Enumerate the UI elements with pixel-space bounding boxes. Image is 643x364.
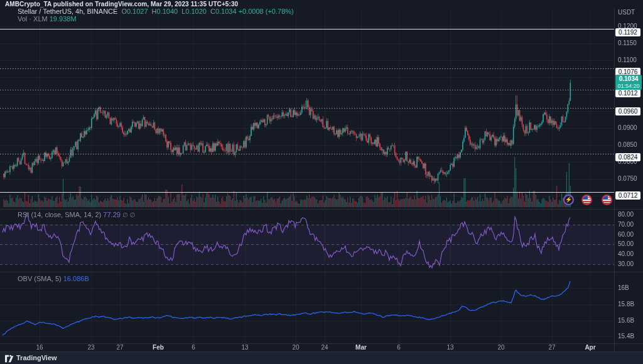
rsi-tick: 30.00 <box>614 260 643 267</box>
obv-tick: 15.8B <box>614 301 643 308</box>
quote-currency-label: USDT <box>614 9 643 16</box>
ohlc-value: 0.1040 <box>157 8 178 15</box>
rsi-value: 77.29 <box>103 211 121 218</box>
time-tick: Apr <box>585 344 595 351</box>
last-price-label: 0.1034 01:54:20 <box>615 75 642 90</box>
time-tick: 13 <box>241 344 248 351</box>
candle-countdown: 01:54:20 <box>615 83 642 89</box>
time-tick: 20 <box>497 344 504 351</box>
bottom-toolbar: TradingView <box>0 351 643 364</box>
tradingview-logo-icon[interactable] <box>5 355 14 363</box>
time-tick: Feb <box>153 344 164 351</box>
price-level-label: 0.0824 <box>615 153 640 161</box>
time-tick: 6 <box>192 344 195 351</box>
price-tick: 0.0900 <box>614 124 643 131</box>
us-flag-event-icon[interactable] <box>602 195 612 205</box>
time-tick: 13 <box>446 344 453 351</box>
obv-value: 16.086B <box>63 275 89 282</box>
volume-label: Vol · XLM <box>18 15 48 23</box>
ohlc-key: O <box>121 8 127 15</box>
obv-label: OBV (SMA, 5) <box>18 275 62 282</box>
rsi-legend[interactable]: RSI (14, close, SMA, 14, 2) 77.29 ∅ ∅ <box>18 211 135 218</box>
volume-legend[interactable]: Vol · XLM 19.938M <box>18 15 77 23</box>
ohlc-value: 0.1027 <box>127 8 148 15</box>
obv-tick: 16B <box>614 284 643 291</box>
us-flag-event-icon[interactable] <box>581 195 592 205</box>
price-tick: 0.0750 <box>614 175 643 182</box>
published-byline: AMBCrypto_TA published on TradingView.co… <box>5 1 238 8</box>
time-tick: 6 <box>397 344 401 351</box>
obv-tick: 15.6B <box>614 317 643 324</box>
obv-tick: 15.4B <box>614 333 643 340</box>
rsi-tick: 40.00 <box>614 250 643 257</box>
price-level-label: 0.1012 <box>615 89 640 97</box>
time-tick: 20 <box>292 344 299 351</box>
symbol-legend[interactable]: Stellar / TetherUS, 4h, BINANCEO0.1027H0… <box>18 8 294 15</box>
rsi-tick: 70.00 <box>614 221 643 228</box>
time-tick: 23 <box>87 344 94 351</box>
ohlc-values: O0.1027H0.1040L0.1020C0.1034 <box>117 8 236 15</box>
time-tick: 27 <box>116 344 123 351</box>
price-tick: 0.1150 <box>614 40 643 46</box>
tradingview-brand[interactable]: TradingView <box>16 354 57 361</box>
rsi-label: RSI (14, close, SMA, 14, 2) <box>18 211 101 218</box>
volume-value: 19.938M <box>50 15 77 23</box>
time-tick: 27 <box>548 344 555 351</box>
time-tick: 24 <box>321 344 328 351</box>
change-value: +0.0008 (+0.78%) <box>239 8 294 15</box>
rsi-tick: 60.00 <box>614 231 643 238</box>
price-tick: 0.0850 <box>614 141 643 148</box>
tradingview-chart-window: AMBCrypto_TA published on TradingView.co… <box>0 0 643 364</box>
ohlc-key: H <box>152 8 157 15</box>
rsi-hidden-values: ∅ ∅ <box>122 211 135 218</box>
price-level-label: 0.0960 <box>615 107 640 115</box>
symbol-title[interactable]: Stellar / TetherUS, 4h, BINANCE <box>18 8 117 15</box>
rsi-tick: 80.00 <box>614 211 643 218</box>
price-level-label: 0.1192 <box>615 28 640 36</box>
lightning-event-icon[interactable]: ⚡ <box>563 195 574 205</box>
time-scale[interactable]: 162327Feb6132024Mar6132027Apr <box>0 343 614 351</box>
last-price-value: 0.1034 <box>615 75 642 83</box>
price-tick: 0.1100 <box>614 56 643 63</box>
chart-canvas[interactable] <box>0 0 643 364</box>
obv-legend[interactable]: OBV (SMA, 5) 16.086B <box>18 275 89 282</box>
ohlc-key: C <box>210 8 215 15</box>
time-tick: Mar <box>355 344 367 351</box>
ohlc-value: 0.1020 <box>185 8 207 15</box>
price-scale[interactable]: USDT 0.1034 01:54:20 0.12000.11500.11000… <box>614 8 643 351</box>
time-tick: 16 <box>36 344 43 351</box>
price-level-label: 0.0712 <box>615 191 640 200</box>
rsi-tick: 50.00 <box>614 240 643 247</box>
ohlc-value: 0.1034 <box>215 8 237 15</box>
